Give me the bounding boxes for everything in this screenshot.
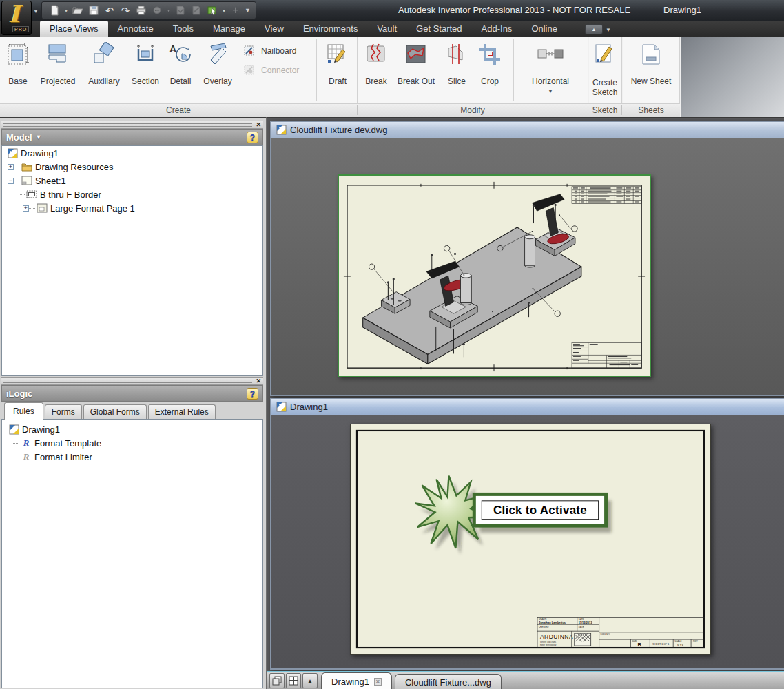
new-file-icon[interactable] (48, 3, 61, 17)
tree-item-drawing-resources[interactable]: + Drawing Resources (2, 160, 262, 174)
tree-item-border[interactable]: B thru F Border (2, 187, 262, 201)
vault-dropdown-icon[interactable]: ▾ (221, 8, 227, 14)
nailboard-view-button[interactable]: Nailboard (243, 43, 314, 59)
tab-annotate[interactable]: Annotate (108, 21, 163, 37)
document-tab-cloudlift[interactable]: Cloudlift Fixture...dwg (395, 674, 502, 689)
ilogic-panel-grip[interactable]: ✕ (1, 377, 263, 385)
ilogic-rules-tree: Drawing1 R Format Template R Format Limi… (1, 419, 263, 688)
vault-open-icon[interactable] (205, 3, 219, 17)
ilogic-tab-forms[interactable]: Forms (45, 404, 82, 419)
ribbon-button-label: Break (361, 76, 391, 86)
base-view-button[interactable]: Base (1, 38, 34, 103)
application-menu-button[interactable]: I PRO (1, 1, 32, 35)
tab-tools[interactable]: Tools (163, 21, 203, 37)
tab-manage[interactable]: Manage (203, 21, 255, 37)
tab-add-ins[interactable]: Add-Ins (472, 21, 522, 37)
model-help-icon[interactable]: ? (247, 132, 258, 143)
horizontal-dropdown-icon[interactable]: ▼ (520, 89, 581, 94)
tab-place-views[interactable]: Place Views (40, 21, 108, 37)
model-panel-header[interactable]: Model ▼ ? (1, 129, 263, 145)
replace-icon (189, 3, 203, 17)
document-tab-drawing1[interactable]: Drawing1 ✕ (321, 672, 392, 689)
save-icon[interactable] (87, 3, 101, 17)
logo-pro-badge: PRO (12, 26, 29, 32)
tab-get-started[interactable]: Get Started (406, 21, 471, 37)
sheet-icon (21, 175, 32, 186)
tree-item-label: B thru F Border (40, 189, 101, 200)
tree-item-drawing1[interactable]: Drawing1 (2, 146, 262, 160)
model-panel-grip[interactable]: ✕ (1, 121, 263, 129)
section-view-button[interactable]: Section (129, 38, 162, 103)
ilogic-item-format-limiter[interactable]: R Format Limiter (2, 450, 262, 464)
tree-item-label: Sheet:1 (35, 176, 66, 186)
projected-view-button[interactable]: Projected (36, 38, 80, 103)
print-icon[interactable] (134, 3, 148, 17)
tree-item-large-format-page[interactable]: + Large Format Page 1 (2, 201, 262, 215)
tab-view[interactable]: View (255, 21, 293, 37)
drawing1-sheet[interactable]: Click to Activate DRAWN Jonathan Lambert… (350, 424, 711, 655)
titleblock-date-value: 11/12/2013 (579, 621, 592, 624)
horizontal-break-alignment-button[interactable]: Horizontal ▼ (520, 38, 581, 103)
detail-view-button[interactable]: A Detail (164, 38, 197, 103)
tile-windows-button[interactable] (286, 673, 301, 688)
update-icon (174, 3, 187, 17)
close-document-icon[interactable]: ✕ (374, 678, 382, 686)
expand-tab-strip-button[interactable]: ▲ (302, 673, 318, 688)
break-out-button[interactable]: Break Out (393, 38, 440, 103)
ilogic-item-drawing1[interactable]: Drawing1 (2, 422, 262, 436)
model-panel-caret-icon[interactable]: ▼ (36, 134, 42, 141)
tab-online[interactable]: Online (522, 21, 567, 37)
horizontal-alignment-icon (520, 48, 581, 74)
auxiliary-view-button[interactable]: Auxiliary (81, 38, 127, 103)
format-page-icon (37, 203, 48, 214)
new-file-dropdown-icon[interactable]: ▾ (63, 8, 69, 14)
collapse-icon[interactable]: − (8, 178, 14, 184)
titleblock-scale-label: SCALE (674, 640, 681, 643)
slice-button[interactable]: Slice (441, 38, 473, 103)
ilogic-tab-rules[interactable]: Rules (4, 402, 43, 420)
ilogic-tab-global-forms[interactable]: Global Forms (83, 404, 147, 419)
new-sheet-button[interactable]: New Sheet (624, 38, 678, 103)
drawing-document-icon (8, 424, 19, 435)
application-menu-arrow-icon[interactable]: ▼ (33, 8, 39, 14)
redo-icon[interactable]: ↷ (118, 3, 132, 17)
tree-item-sheet1[interactable]: − Sheet:1 (2, 174, 262, 187)
model-panel-title: Model (6, 132, 32, 143)
create-sketch-button[interactable]: Create Sketch (590, 38, 620, 103)
document-window-cloudlift[interactable]: Cloudlift Fixture dev.dwg (270, 121, 784, 396)
cascade-windows-button[interactable] (269, 673, 285, 688)
ilogic-tab-external-rules[interactable]: External Rules (148, 404, 216, 419)
expand-icon[interactable]: + (8, 164, 14, 170)
connector-button: Connector (243, 63, 314, 78)
undo-icon[interactable]: ↶ (103, 3, 116, 17)
drawing1-sheet-canvas: Click to Activate DRAWN Jonathan Lambert… (351, 424, 710, 654)
ilogic-help-icon[interactable]: ? (247, 388, 258, 400)
cloudlift-canvas[interactable] (271, 138, 784, 395)
draft-view-button[interactable]: Draft (320, 38, 355, 103)
expand-icon[interactable]: + (23, 205, 29, 212)
break-out-icon (393, 42, 440, 68)
tab-environments[interactable]: Environments (293, 21, 367, 37)
ilogic-item-format-template[interactable]: R Format Template (2, 436, 262, 450)
document-window-drawing1[interactable]: Drawing1 (270, 398, 784, 670)
drawing1-window-titlebar[interactable]: Drawing1 (271, 399, 784, 415)
quick-access-toolbar: ▾ ↶ ↷ ▾ ▾ + ▼ (41, 1, 256, 19)
ribbon-empty-area (680, 37, 784, 117)
cloudlift-drawing-sheet[interactable] (338, 174, 651, 377)
break-button[interactable]: Break (361, 38, 391, 103)
drawing1-canvas[interactable]: Click to Activate DRAWN Jonathan Lambert… (271, 415, 784, 668)
tab-vault[interactable]: Vault (367, 21, 406, 37)
ilogic-panel-close-icon[interactable]: ✕ (256, 378, 261, 385)
ribbon-display-toggle-button[interactable]: ▲ (585, 24, 603, 34)
open-icon[interactable] (71, 3, 85, 17)
cloudlift-window-titlebar[interactable]: Cloudlift Fixture dev.dwg (271, 122, 784, 138)
overlay-view-button[interactable]: Overlay (199, 38, 236, 103)
model-panel-close-icon[interactable]: ✕ (256, 121, 261, 129)
ribbon-display-dropdown-icon[interactable]: ▼ (606, 27, 611, 33)
ribbon-button-label: Break Out (393, 76, 440, 86)
crop-button[interactable]: Crop (474, 38, 506, 103)
click-to-activate-label[interactable]: Click to Activate (493, 504, 587, 517)
ilogic-panel-header[interactable]: iLogic ? (1, 385, 263, 402)
slice-icon (441, 42, 473, 68)
qat-customize-icon[interactable]: ▼ (245, 7, 250, 14)
